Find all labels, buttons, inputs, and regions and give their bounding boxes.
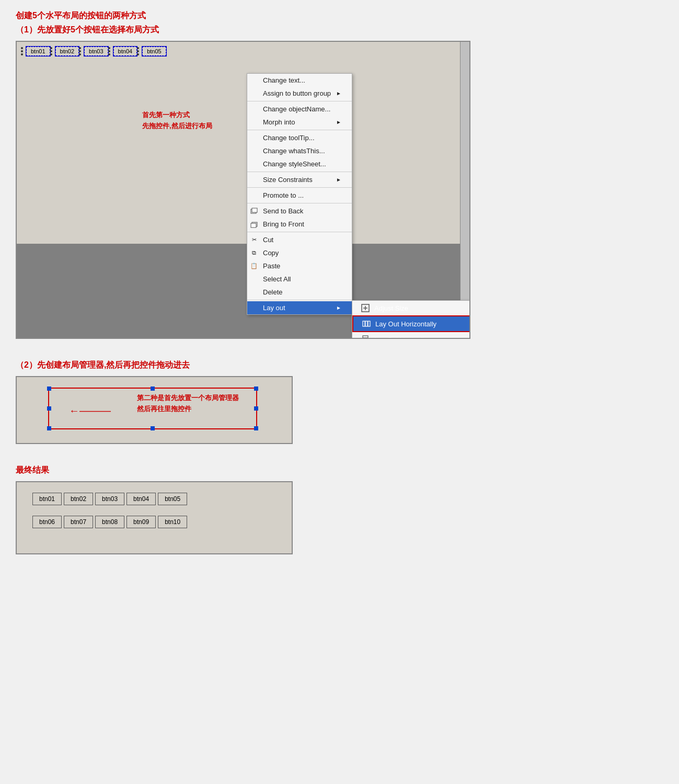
layout-submenu: Adjust Size Lay Out Horizontally: [352, 300, 470, 339]
btn-group-item-2: btn02: [50, 46, 79, 56]
designer-btn-01[interactable]: btn01: [26, 47, 50, 56]
designer-btn-05[interactable]: btn05: [142, 47, 166, 56]
lm-handle-tr: [254, 387, 258, 391]
result-btn-10[interactable]: btn10: [158, 516, 187, 528]
menu-assign-button-group[interactable]: Assign to button group ►: [247, 87, 352, 100]
svg-rect-11: [363, 338, 368, 339]
result-area: btn01 btn02 btn03 btn04 btn05 btn06 btn0…: [16, 481, 293, 554]
paste-icon: 📋: [249, 262, 259, 271]
result-btn-03[interactable]: btn03: [95, 493, 124, 505]
menu-change-objectname[interactable]: Change objectName...: [247, 103, 352, 116]
svg-rect-7: [363, 321, 365, 326]
separator-2: [247, 130, 352, 130]
menu-bring-to-front[interactable]: Bring to Front: [247, 218, 352, 231]
menu-size-constraints[interactable]: Size Constraints ►: [247, 173, 352, 186]
menu-morph-into[interactable]: Morph into ►: [247, 116, 352, 129]
lm-handle-mr: [254, 406, 258, 411]
menu-change-tooltip[interactable]: Change toolTip...: [247, 131, 352, 144]
svg-rect-10: [363, 336, 368, 338]
svg-rect-9: [368, 321, 370, 326]
drag-handle-4: [108, 46, 112, 56]
drag-handle-1: [21, 46, 25, 56]
result-row-2: btn06 btn07 btn08 btn09 btn10: [32, 516, 276, 528]
result-btn-08[interactable]: btn08: [95, 516, 124, 528]
vertical-layout-icon: [361, 335, 370, 339]
menu-select-all[interactable]: Select All: [247, 272, 352, 286]
btn-group-item-1: btn01: [21, 46, 50, 56]
designer-btn-03[interactable]: btn03: [84, 47, 108, 56]
drag-handle-5: [137, 46, 141, 56]
lm-handle-bm: [151, 426, 155, 430]
lm-handle-ml: [47, 406, 51, 411]
designer-area-1: btn01 btn02 btn03 btn04: [16, 41, 470, 339]
lm-handle-bl: [47, 426, 51, 430]
svg-rect-3: [251, 223, 256, 228]
annotation-2: 第二种是首先放置一个布局管理器 然后再往里拖控件: [137, 393, 239, 415]
buttons-top-row: btn01 btn02 btn03 btn04: [21, 46, 166, 56]
section2-title: （2）先创建布局管理器,然后再把控件拖动进去: [16, 360, 663, 371]
menu-paste[interactable]: 📋 Paste: [247, 259, 352, 272]
designer-btn-02[interactable]: btn02: [55, 47, 79, 56]
horizontal-layout-icon: [362, 319, 371, 328]
separator-1: [247, 101, 352, 101]
arrow-icon-2: ►: [336, 119, 341, 125]
lm-handle-tl: [47, 387, 51, 391]
svg-rect-1: [252, 208, 257, 212]
context-menu: Change text... Assign to button group ► …: [247, 73, 352, 315]
result-btn-01[interactable]: btn01: [32, 493, 62, 505]
arrow-icon-4: ►: [336, 305, 341, 311]
menu-cut[interactable]: ✂ Cut: [247, 233, 352, 246]
drag-handle-3: [79, 46, 83, 56]
arrow-icon: ►: [336, 90, 341, 96]
separator-4: [247, 187, 352, 188]
lm-handle-br: [254, 426, 258, 430]
section1-title: （1）先放置好5个按钮在选择布局方式: [16, 25, 663, 36]
annotation-1: 首先第一种方式 先拖控件,然后进行布局: [142, 110, 212, 132]
menu-lay-out[interactable]: Lay out ► Adjust Size: [247, 301, 352, 314]
btn-group-item-4: btn04: [108, 46, 137, 56]
result-row-1: btn01 btn02 btn03 btn04 btn05: [32, 493, 276, 505]
menu-change-whatsthis[interactable]: Change whatsThis...: [247, 144, 352, 157]
page-main-title: 创建5个水平布局的按钮的两种方式: [16, 10, 663, 21]
result-btn-06[interactable]: btn06: [32, 516, 62, 528]
separator-6: [247, 232, 352, 232]
menu-copy[interactable]: ⧉ Copy: [247, 246, 352, 259]
cut-icon: ✂: [249, 235, 259, 245]
svg-rect-8: [365, 321, 367, 326]
menu-change-stylesheet[interactable]: Change styleSheet...: [247, 157, 352, 171]
section3-title: 最终结果: [16, 465, 663, 476]
arrow-icon-3: ►: [336, 177, 341, 183]
lm-handle-tm: [151, 387, 155, 391]
layout-manager-area: ←——— 第二种是首先放置一个布局管理器 然后再往里拖控件: [16, 376, 293, 444]
result-btn-04[interactable]: btn04: [126, 493, 156, 505]
result-btn-07[interactable]: btn07: [64, 516, 93, 528]
result-btn-02[interactable]: btn02: [64, 493, 93, 505]
copy-icon: ⧉: [249, 248, 259, 258]
lm-arrow: ←———: [69, 405, 111, 417]
submenu-lay-out-horizontally[interactable]: Lay Out Horizontally: [352, 315, 470, 332]
drag-handle-2: [50, 46, 54, 56]
separator-3: [247, 172, 352, 172]
separator-5: [247, 203, 352, 203]
menu-promote-to[interactable]: Promote to ...: [247, 189, 352, 202]
designer-btn-04[interactable]: btn04: [113, 47, 137, 56]
separator-7: [247, 300, 352, 300]
result-btn-05[interactable]: btn05: [158, 493, 187, 505]
designer-right-panel: [460, 42, 469, 338]
bring-front-icon: [249, 220, 259, 229]
menu-change-text[interactable]: Change text...: [247, 74, 352, 87]
submenu-lay-out-vertically[interactable]: Lay Out Vertically: [352, 332, 470, 339]
btn-group-item-5: btn05: [137, 46, 166, 56]
send-back-icon: [249, 207, 259, 216]
menu-send-to-back[interactable]: Send to Back: [247, 204, 352, 218]
btn-group-item-3: btn03: [79, 46, 108, 56]
menu-delete[interactable]: Delete: [247, 286, 352, 299]
adjust-size-icon: [361, 303, 370, 313]
result-btn-09[interactable]: btn09: [126, 516, 156, 528]
submenu-adjust-size[interactable]: Adjust Size: [352, 301, 470, 315]
